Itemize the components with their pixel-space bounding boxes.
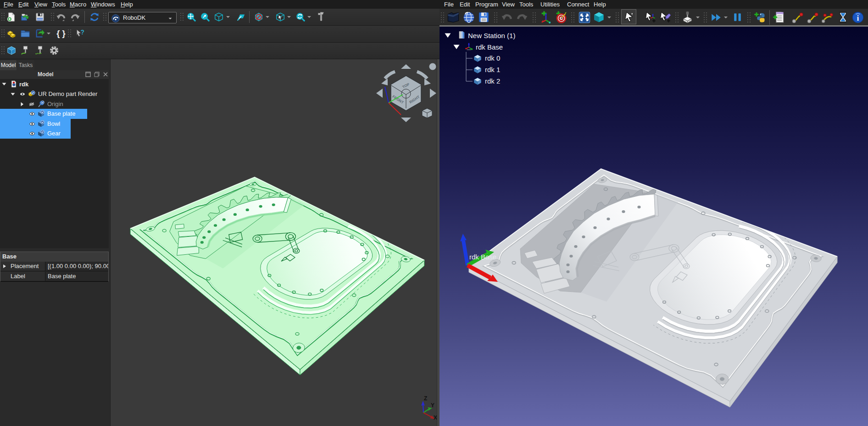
svg-text:?: ?: [80, 29, 84, 36]
svg-text:{ }: { }: [56, 28, 65, 38]
svg-text:i: i: [857, 14, 859, 22]
svg-text:Z: Z: [424, 395, 427, 402]
svg-text:Y: Y: [431, 402, 434, 409]
svg-text:rdk Base: rdk Base: [469, 253, 496, 261]
